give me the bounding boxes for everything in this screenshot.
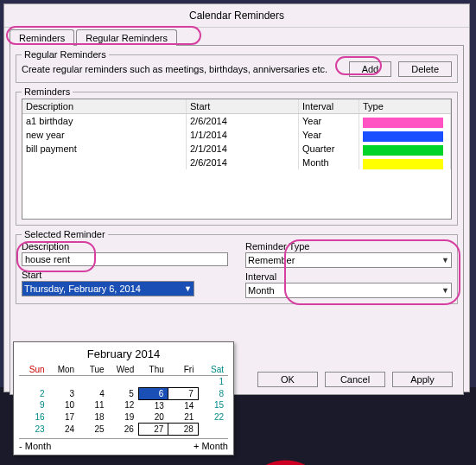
calendar-day[interactable]: 28 (168, 423, 199, 435)
calendar-day[interactable]: 2 (19, 387, 49, 399)
calendar-day[interactable]: 1 (198, 376, 228, 388)
description-input[interactable] (22, 252, 228, 266)
table-row[interactable]: a1 birthday2/6/2014Year (22, 114, 451, 128)
calendar-day[interactable]: 26 (109, 423, 139, 435)
calendar-reminders-window: Calendar Reminders Reminders Regular Rem… (3, 3, 470, 392)
calendar-day[interactable]: 21 (168, 411, 199, 424)
calendar-day[interactable]: 25 (79, 423, 109, 435)
start-date-value: Thursday, February 6, 2014 (24, 283, 141, 294)
calendar-day[interactable]: 3 (49, 387, 79, 399)
ok-button[interactable]: OK (257, 372, 318, 387)
apply-button[interactable]: Apply (392, 372, 453, 387)
regular-reminders-group: Regular Reminders Create regular reminde… (16, 49, 458, 83)
calendar-day[interactable] (19, 376, 49, 388)
tab-regular-reminders[interactable]: Regular Reminders (76, 29, 177, 46)
calendar-day[interactable]: 6 (138, 387, 168, 399)
chevron-down-icon: ▼ (184, 284, 192, 293)
reminders-list[interactable]: Description Start Interval Type a1 birth… (22, 99, 452, 220)
calendar-day[interactable]: 24 (49, 423, 79, 435)
description-label: Description (22, 241, 228, 252)
calendar-day[interactable]: 20 (138, 411, 168, 424)
calendar-day[interactable] (138, 376, 168, 388)
table-row[interactable]: 2/6/2014Month (22, 156, 451, 169)
calendar-day[interactable]: 16 (19, 411, 49, 424)
regular-reminders-legend: Regular Reminders (22, 49, 109, 60)
next-month-button[interactable]: + Month (194, 441, 228, 451)
selected-reminder-group: Selected Reminder Description Start Thur… (16, 229, 458, 304)
interval-value: Month (248, 285, 275, 296)
reminders-list-group: Reminders Description Start Interval Typ… (16, 86, 458, 226)
calendar-day[interactable]: 13 (138, 399, 168, 411)
col-start[interactable]: Start (187, 99, 299, 113)
calendar-day[interactable]: 18 (79, 411, 109, 424)
calendar-day[interactable]: 10 (49, 399, 79, 411)
calendar-dow: Mon (49, 364, 79, 376)
regular-reminders-desc: Create regular reminders such as meeting… (22, 63, 342, 75)
calendar-day[interactable]: 4 (79, 387, 109, 399)
calendar-day[interactable] (49, 376, 79, 388)
reminder-type-value: Remember (248, 255, 295, 265)
chevron-down-icon: ▼ (441, 286, 449, 295)
interval-select[interactable]: Month ▼ (245, 283, 452, 298)
calendar-day[interactable] (109, 376, 139, 388)
col-description[interactable]: Description (22, 99, 187, 113)
calendar-day[interactable]: 19 (109, 411, 139, 424)
reminder-type-select[interactable]: Remember ▼ (245, 252, 452, 268)
calendar-day[interactable]: 23 (19, 423, 49, 435)
reminders-legend: Reminders (22, 86, 73, 97)
add-button[interactable]: Add (349, 61, 392, 77)
prev-month-button[interactable]: - Month (19, 441, 51, 451)
interval-label: Interval (245, 271, 452, 282)
table-row[interactable]: bill payment2/1/2014Quarter (22, 142, 451, 156)
window-title: Calendar Reminders (4, 4, 469, 28)
calendar-day[interactable] (198, 423, 228, 435)
start-date-picker[interactable]: Thursday, February 6, 2014 ▼ (22, 281, 194, 296)
calendar-day[interactable]: 11 (79, 399, 109, 411)
calendar-day[interactable]: 12 (109, 399, 139, 411)
calendar-popup[interactable]: February 2014 SunMonTueWedThuFriSat 1234… (13, 341, 234, 455)
col-interval[interactable]: Interval (299, 99, 359, 113)
calendar-dow: Sat (198, 364, 228, 376)
reminder-type-label: Reminder Type (245, 241, 452, 252)
delete-button[interactable]: Delete (398, 61, 452, 77)
calendar-day[interactable]: 5 (109, 387, 139, 399)
calendar-day[interactable]: 8 (198, 387, 228, 399)
calendar-day[interactable]: 17 (49, 411, 79, 424)
tab-reminders[interactable]: Reminders (10, 29, 74, 46)
calendar-grid: SunMonTueWedThuFriSat 123456789101112131… (19, 364, 228, 436)
calendar-day[interactable] (168, 376, 199, 388)
table-row[interactable]: new year1/1/2014Year (22, 128, 451, 142)
calendar-day[interactable]: 14 (168, 399, 199, 411)
calendar-title: February 2014 (19, 346, 228, 364)
calendar-day[interactable]: 22 (198, 411, 228, 424)
calendar-dow: Tue (79, 364, 109, 376)
calendar-dow: Wed (109, 364, 139, 376)
calendar-day[interactable]: 9 (19, 399, 49, 411)
cancel-button[interactable]: Cancel (325, 372, 385, 387)
calendar-dow: Sun (19, 364, 49, 376)
calendar-dow: Fri (168, 364, 199, 376)
col-type[interactable]: Type (359, 99, 451, 113)
calendar-day[interactable]: 15 (198, 399, 228, 411)
selected-reminder-legend: Selected Reminder (22, 229, 108, 239)
calendar-day[interactable] (79, 376, 109, 388)
calendar-dow: Thu (138, 364, 168, 376)
start-label: Start (22, 270, 228, 280)
chevron-down-icon: ▼ (441, 256, 449, 264)
calendar-day[interactable]: 27 (138, 423, 168, 435)
calendar-day[interactable]: 7 (168, 387, 199, 399)
